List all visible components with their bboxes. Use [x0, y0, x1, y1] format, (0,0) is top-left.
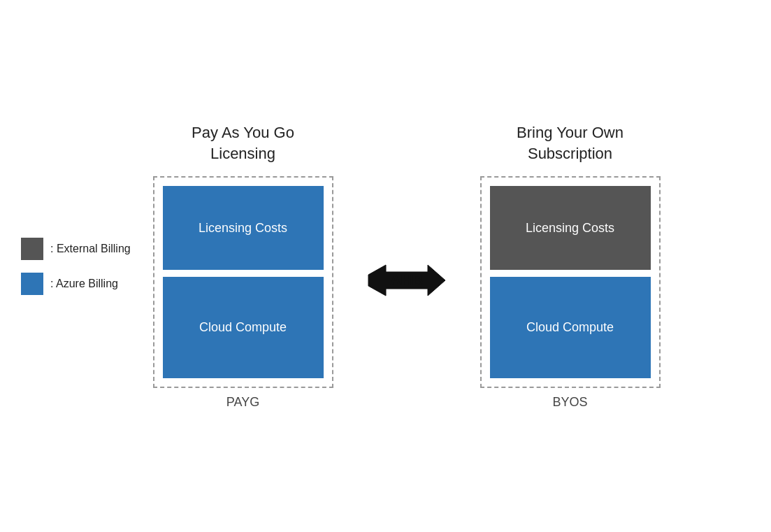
payg-title: Pay As You GoLicensing: [192, 122, 294, 164]
diagram-area: Pay As You GoLicensing Licensing Costs C…: [153, 122, 661, 410]
payg-licensing-block: Licensing Costs: [163, 186, 324, 270]
legend-label-azure: : Azure Billing: [50, 278, 118, 290]
ahb-arrow-container: AHB: [361, 259, 452, 301]
legend: : External Billing : Azure Billing: [21, 238, 131, 295]
legend-item-external: : External Billing: [21, 238, 131, 260]
legend-box-external: [21, 238, 43, 260]
main-container: : External Billing : Azure Billing Pay A…: [0, 0, 771, 532]
payg-compute-block: Cloud Compute: [163, 277, 324, 378]
payg-column: Pay As You GoLicensing Licensing Costs C…: [153, 122, 333, 410]
payg-compute-label: Cloud Compute: [199, 320, 287, 335]
ahb-arrow: AHB: [361, 259, 452, 301]
byos-title: Bring Your OwnSubscription: [517, 122, 624, 164]
byos-compute-block: Cloud Compute: [490, 277, 651, 378]
byos-compute-label: Cloud Compute: [526, 320, 614, 335]
payg-licensing-label: Licensing Costs: [199, 221, 287, 236]
ahb-label: AHB: [390, 271, 424, 289]
legend-item-azure: : Azure Billing: [21, 273, 131, 295]
byos-label: BYOS: [552, 395, 587, 410]
byos-licensing-label: Licensing Costs: [526, 221, 614, 236]
payg-dashed-box: Licensing Costs Cloud Compute: [153, 176, 333, 388]
byos-licensing-block: Licensing Costs: [490, 186, 651, 270]
byos-dashed-box: Licensing Costs Cloud Compute: [480, 176, 661, 388]
legend-box-azure: [21, 273, 43, 295]
legend-label-external: : External Billing: [50, 243, 131, 255]
byos-column: Bring Your OwnSubscription Licensing Cos…: [480, 122, 661, 410]
payg-label: PAYG: [226, 395, 259, 410]
